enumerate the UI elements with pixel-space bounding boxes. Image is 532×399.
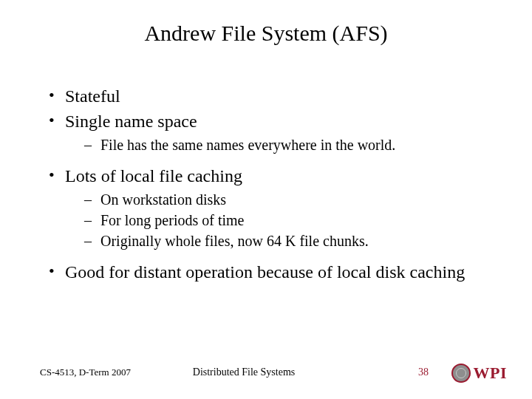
wpi-logo-text: WPI <box>474 364 508 383</box>
bullet-text: Lots of local file caching <box>65 166 242 185</box>
bullet-list: Stateful Single name space File has the … <box>44 85 495 283</box>
slide: Andrew File System (AFS) Stateful Single… <box>0 0 532 399</box>
bullet-item: Single name space File has the same name… <box>44 110 495 154</box>
sub-bullet-list: File has the same names everywhere in th… <box>65 135 495 154</box>
bullet-item: Lots of local file caching On workstatio… <box>44 165 495 250</box>
bullet-text: Good for distant operation because of lo… <box>65 262 465 282</box>
footer-page-number: 38 <box>418 366 429 378</box>
slide-footer: CS-4513, D-Term 2007 Distributed File Sy… <box>0 356 532 378</box>
wpi-seal-icon <box>451 364 471 383</box>
sub-bullet-item: For long periods of time <box>65 211 495 230</box>
footer-center-text: Distributed File Systems <box>193 366 295 378</box>
slide-body: Stateful Single name space File has the … <box>44 85 495 286</box>
bullet-item: Stateful <box>44 85 495 107</box>
slide-title: Andrew File System (AFS) <box>0 21 532 46</box>
sub-bullet-list: On workstation disks For long periods of… <box>65 190 495 250</box>
sub-bullet-item: Originally whole files, now 64 K file ch… <box>65 231 495 250</box>
sub-bullet-item: File has the same names everywhere in th… <box>65 135 495 154</box>
bullet-text: Single name space <box>65 112 197 131</box>
footer-logo: WPI <box>451 364 508 383</box>
bullet-text: Stateful <box>65 86 120 106</box>
sub-bullet-item: On workstation disks <box>65 190 495 209</box>
bullet-item: Good for distant operation because of lo… <box>44 261 495 283</box>
